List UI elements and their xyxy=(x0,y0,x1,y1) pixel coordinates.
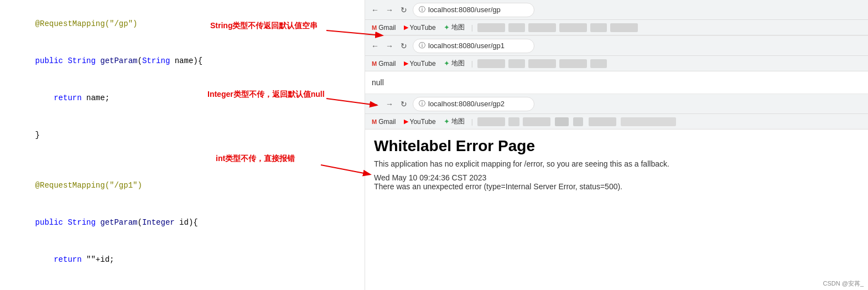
csdn-watermark: CSDN @安苒_ xyxy=(823,279,864,288)
browser-content-middle: null xyxy=(365,71,868,94)
browser-middle: ← → ↻ ⓘ localhost:8080/user/gp1 M Gmail … xyxy=(365,35,868,94)
bookmark-youtube-middle[interactable]: ▶ YouTube xyxy=(402,59,438,69)
url-middle: localhost:8080/user/gp1 xyxy=(428,42,505,50)
bookmark-blurred-m1 xyxy=(477,59,505,68)
bookmark-blurred-1 xyxy=(477,23,505,32)
right-panel: ← → ↻ ⓘ localhost:8080/user/gp M Gmail ▶… xyxy=(365,0,868,290)
error-trace: There was an unexpected error (type=Inte… xyxy=(374,182,859,191)
bookmark-blurred-m5 xyxy=(590,59,607,68)
null-value: null xyxy=(372,76,861,89)
bookmark-blurred-5 xyxy=(590,23,607,32)
bookmark-blurred-3 xyxy=(528,23,556,32)
error-timestamp: Wed May 10 09:24:36 CST 2023 xyxy=(374,173,859,182)
back-button-middle[interactable]: ← xyxy=(370,40,381,51)
refresh-button-middle[interactable]: ↻ xyxy=(398,40,409,51)
youtube-icon-bottom: ▶ xyxy=(404,118,408,125)
back-button-bottom[interactable]: ← xyxy=(370,99,381,110)
browser-bar-middle: ← → ↻ ⓘ localhost:8080/user/gp1 xyxy=(365,36,868,56)
code-annotation: @RequestMapping("/gp") xyxy=(35,19,138,28)
maps-icon-middle: ✦ xyxy=(444,59,450,68)
bookmark-maps-middle[interactable]: ✦ 地图 xyxy=(441,58,467,69)
bookmark-blurred-m3 xyxy=(528,59,556,68)
code-line-9: } xyxy=(0,278,365,290)
youtube-icon-top: ▶ xyxy=(404,24,408,31)
bookmark-gmail-bottom[interactable]: M Gmail xyxy=(370,117,398,127)
code-line-5 xyxy=(0,154,365,167)
youtube-icon-middle: ▶ xyxy=(404,60,408,67)
lock-icon-top: ⓘ xyxy=(419,5,425,14)
forward-button-top[interactable]: → xyxy=(384,4,395,15)
bookmark-blurred-2 xyxy=(508,23,525,32)
bookmark-blurred-b2 xyxy=(508,117,519,126)
bookmark-gmail-middle[interactable]: M Gmail xyxy=(370,59,398,69)
browser-content-bottom: Whitelabel Error Page This application h… xyxy=(365,130,868,290)
gmail-icon-top: M xyxy=(372,24,377,31)
lock-icon-middle: ⓘ xyxy=(419,41,425,50)
bookmark-blurred-b4 xyxy=(555,117,569,126)
forward-button-middle[interactable]: → xyxy=(384,40,395,51)
code-line-1: @RequestMapping("/gp") xyxy=(0,6,365,43)
browser-bar-bottom: ← → ↻ ⓘ localhost:8080/user/gp2 xyxy=(365,94,868,114)
bookmark-maps-bottom[interactable]: ✦ 地图 xyxy=(441,116,467,127)
code-line-3: return name; xyxy=(0,80,365,117)
bookmark-gmail-top[interactable]: M Gmail xyxy=(370,23,398,33)
gmail-icon-middle: M xyxy=(372,60,377,67)
browser-bottom: ← → ↻ ⓘ localhost:8080/user/gp2 M Gmail … xyxy=(365,94,868,290)
browser-top: ← → ↻ ⓘ localhost:8080/user/gp M Gmail ▶… xyxy=(365,0,868,35)
address-bar-middle[interactable]: ⓘ localhost:8080/user/gp1 xyxy=(413,39,534,53)
bookmark-blurred-4 xyxy=(559,23,587,32)
code-line-8: return ""+id; xyxy=(0,241,365,278)
back-button-top[interactable]: ← xyxy=(370,4,381,15)
code-line-7: public String getParam(Integer id){ xyxy=(0,204,365,241)
address-bar-bottom[interactable]: ⓘ localhost:8080/user/gp2 xyxy=(413,97,534,111)
address-bar-top[interactable]: ⓘ localhost:8080/user/gp xyxy=(413,3,534,17)
maps-icon-top: ✦ xyxy=(444,23,450,32)
bookmark-blurred-6 xyxy=(610,23,638,32)
url-top: localhost:8080/user/gp xyxy=(428,6,501,14)
bookmark-maps-top[interactable]: ✦ 地图 xyxy=(441,22,467,33)
code-line-6: @RequestMapping("/gp1") xyxy=(0,167,365,204)
bookmark-blurred-b3 xyxy=(523,117,550,126)
bookmark-youtube-bottom[interactable]: ▶ YouTube xyxy=(402,117,438,127)
bookmarks-bar-bottom: M Gmail ▶ YouTube ✦ 地图 | xyxy=(365,114,868,130)
code-panel: @RequestMapping("/gp") public String get… xyxy=(0,0,365,290)
bookmark-blurred-m2 xyxy=(508,59,525,68)
error-title: Whitelabel Error Page xyxy=(374,137,859,155)
bookmark-blurred-b1 xyxy=(477,117,505,126)
code-line-4: } xyxy=(0,117,365,154)
browser-bar-top: ← → ↻ ⓘ localhost:8080/user/gp xyxy=(365,0,868,20)
error-desc: This application has no explicit mapping… xyxy=(374,158,859,170)
bookmark-blurred-m4 xyxy=(559,59,587,68)
bookmark-blurred-b6 xyxy=(589,117,616,126)
bookmarks-bar-middle: M Gmail ▶ YouTube ✦ 地图 | xyxy=(365,56,868,71)
maps-icon-bottom: ✦ xyxy=(444,117,450,126)
refresh-button-top[interactable]: ↻ xyxy=(398,4,409,15)
refresh-button-bottom[interactable]: ↻ xyxy=(398,99,409,110)
code-line-2: public String getParam(String name){ xyxy=(0,43,365,80)
bookmark-blurred-b7 xyxy=(621,117,676,126)
bookmark-blurred-b5 xyxy=(573,117,583,126)
url-bottom: localhost:8080/user/gp2 xyxy=(428,100,505,108)
bookmarks-bar-top: M Gmail ▶ YouTube ✦ 地图 | xyxy=(365,20,868,35)
lock-icon-bottom: ⓘ xyxy=(419,99,425,108)
bookmark-youtube-top[interactable]: ▶ YouTube xyxy=(402,23,438,33)
gmail-icon-bottom: M xyxy=(372,118,377,125)
forward-button-bottom[interactable]: → xyxy=(384,99,395,110)
